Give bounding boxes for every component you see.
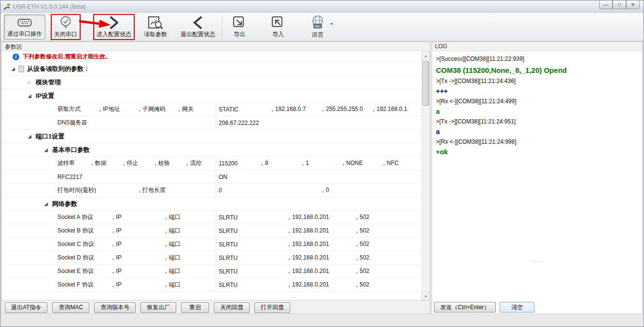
param-value: ，0 [320, 186, 421, 194]
log-splitter-handle[interactable]: ...... [432, 258, 642, 263]
tree-node[interactable]: ▷模块管理 [2, 76, 421, 89]
tree-node[interactable]: ◢IP设置 [2, 89, 421, 103]
param-value: ，8 [259, 159, 300, 167]
param-label: ，端口 [163, 267, 216, 275]
param-value: ，192.168.0.201 [286, 227, 354, 235]
tree-expanded-icon[interactable]: ◢ [10, 67, 16, 71]
log-line: >[Tx ->][COM38][11:21:24:436] [436, 76, 638, 86]
param-data-row[interactable]: Socket C 协议，IP，端口SLRTU，192.168.0.201，502 [2, 238, 421, 251]
scrollbar-up-arrow-icon[interactable]: ▲ [422, 52, 430, 59]
restart-notice-text: 下列参数修改后,需重启才能生效。 [23, 53, 111, 61]
param-value: 0 [216, 187, 320, 194]
param-label: Socket E 协议 [50, 267, 110, 275]
minimize-button[interactable]: — [599, 0, 613, 9]
log-buttons: 发送（Ctrl+Enter） 清空 [434, 302, 534, 313]
import-icon [271, 15, 285, 30]
info-icon: i [13, 54, 19, 60]
param-label: ，IP [110, 227, 163, 235]
tree-expanded-icon[interactable]: ◢ [42, 202, 49, 206]
toolbar-export[interactable]: 导出 [229, 14, 250, 40]
param-row-values: 0，0 [216, 184, 421, 197]
toolbar: 通过串口操作 关闭串口 [1, 13, 643, 41]
param-value: ON [216, 174, 421, 180]
toolbar-enter-config[interactable]: 进入配置状态 [94, 14, 134, 40]
param-label: 获取方式 [50, 105, 97, 113]
param-row-labels: Socket E 协议，IP，端口 [50, 265, 216, 278]
param-value: ，502 [354, 240, 421, 248]
tree-node-label: 基本串口参数 [52, 146, 90, 154]
param-data-row[interactable]: DNS服务器208.67.222.222 [2, 116, 421, 130]
open-echo-button[interactable]: 打开回显 [254, 302, 290, 313]
toolbar-read-params[interactable]: 读取参数 [141, 14, 170, 40]
log-line: >[Success][COM38][11:21:22:939] [436, 54, 638, 64]
toolbar-operate-via-serial[interactable]: 通过串口操作 [4, 14, 45, 40]
toolbar-label: 通过串口操作 [7, 30, 42, 38]
close-serial-check-icon [59, 15, 72, 30]
clear-button[interactable]: 清空 [500, 302, 534, 313]
factory-reset-button[interactable]: 恢复出厂 [140, 302, 176, 313]
param-row-values: 208.67.222.222 [216, 116, 421, 129]
param-label: ，停止 [121, 159, 153, 167]
restart-button[interactable]: 重启 [181, 302, 209, 313]
close-button[interactable]: ✕ [626, 0, 640, 9]
param-row-values: SLRTU，192.168.0.201，502 [216, 278, 421, 291]
scrollbar-thumb[interactable] [422, 61, 429, 106]
tree-expanded-icon[interactable]: ◢ [42, 148, 49, 152]
tree-node[interactable]: ◢从设备读取到的参数： [2, 62, 421, 76]
tree-node-label: 从设备读取到的参数： [27, 65, 90, 73]
send-button[interactable]: 发送（Ctrl+Enter） [434, 302, 496, 313]
tree-node-label: 模块管理 [36, 78, 61, 87]
param-label: Socket D 协议 [50, 254, 110, 262]
params-panel-header: 参数区 [2, 42, 430, 51]
param-value: ，192.168.0.201 [286, 240, 354, 248]
tree-node[interactable]: ◢基本串口参数 [2, 143, 421, 157]
params-scrollbar[interactable]: ▲ ▼ [421, 52, 430, 300]
exit-at-command-button[interactable]: 退出AT指令 [5, 302, 47, 313]
param-data-row[interactable]: Socket E 协议，IP，端口SLRTU，192.168.0.201，502 [2, 265, 421, 278]
param-value: ，255.255.255.0 [320, 105, 371, 113]
param-data-row[interactable]: Socket D 协议，IP，端口SLRTU，192.168.0.201，502 [2, 251, 421, 265]
close-echo-button[interactable]: 关闭回显 [214, 302, 250, 313]
tree-collapsed-icon[interactable]: ▷ [26, 80, 33, 85]
param-value: ，192.168.0.201 [286, 254, 354, 262]
param-data-row[interactable]: Socket A 协议，IP，端口SLRTU，192.168.0.201，502 [2, 211, 421, 224]
param-label: ，校验 [153, 159, 184, 167]
toolbar-close-serial[interactable]: 关闭串口 [51, 14, 80, 40]
param-data-row[interactable]: Socket F 协议，IP，端口SLRTU，192.168.0.201，502 [2, 278, 421, 292]
param-label: Socket A 协议 [50, 213, 110, 221]
tree-node[interactable]: ◢网络参数 [2, 197, 421, 211]
param-data-row[interactable]: 获取方式，IP地址，子网掩码，网关STATIC，192.168.0.7，255.… [2, 103, 421, 116]
maximize-button[interactable]: □ [613, 0, 626, 9]
tree-node[interactable]: ◢端口1设置 [2, 130, 421, 143]
param-row-labels: Socket A 协议，IP，端口 [50, 211, 216, 224]
param-data-row[interactable]: RFC2217ON [2, 170, 421, 184]
param-data-row[interactable]: Socket B 协议，IP，端口SLRTU，192.168.0.201，502 [2, 224, 421, 238]
param-value: ，NONE [340, 159, 381, 167]
log-line: >[Rx <-][COM38][11:21:24:998] [436, 137, 638, 147]
param-data-row[interactable]: 打包时间(毫秒)，打包长度0，0 [2, 184, 421, 197]
log-line: a [436, 127, 638, 137]
tree-expanded-icon[interactable]: ◢ [26, 134, 33, 139]
toolbar-language[interactable]: ABC 语言 [308, 14, 328, 40]
log-line: +++ [436, 86, 638, 96]
log-line: >[Rx <-][COM38][11:21:24:499] [436, 96, 638, 107]
log-panel-header: LOG [432, 42, 642, 51]
toolbar-import[interactable]: 导入 [268, 14, 288, 40]
log-line: +ok [436, 147, 638, 157]
toolbar-label: 读取参数 [144, 30, 167, 39]
param-row-values: SLRTU，192.168.0.201，502 [216, 238, 421, 251]
param-data-row[interactable]: 波特率，数据，停止，校验，流控115200，8，1，NONE，NFC [2, 157, 421, 170]
query-version-button[interactable]: 查询版本号 [94, 302, 136, 313]
export-icon [232, 15, 247, 30]
toolbar-exit-config[interactable]: 退出配置状态 [178, 14, 218, 40]
param-label: ，IP [110, 254, 163, 262]
param-row-values: STATIC，192.168.0.7，255.255.255.0，192.168… [216, 103, 421, 116]
query-mac-button[interactable]: 查询MAC [52, 302, 89, 313]
tree-expanded-icon[interactable]: ◢ [26, 94, 33, 98]
param-row-values: SLRTU，192.168.0.201，502 [216, 211, 421, 224]
language-dropdown-caret[interactable]: ▾ [331, 22, 333, 26]
param-row-labels: 波特率，数据，停止，校验，流控 [50, 157, 216, 170]
scrollbar-down-arrow-icon[interactable]: ▼ [422, 292, 430, 300]
param-value: ，192.168.0.201 [286, 281, 354, 289]
param-row-values: ON [216, 170, 421, 183]
